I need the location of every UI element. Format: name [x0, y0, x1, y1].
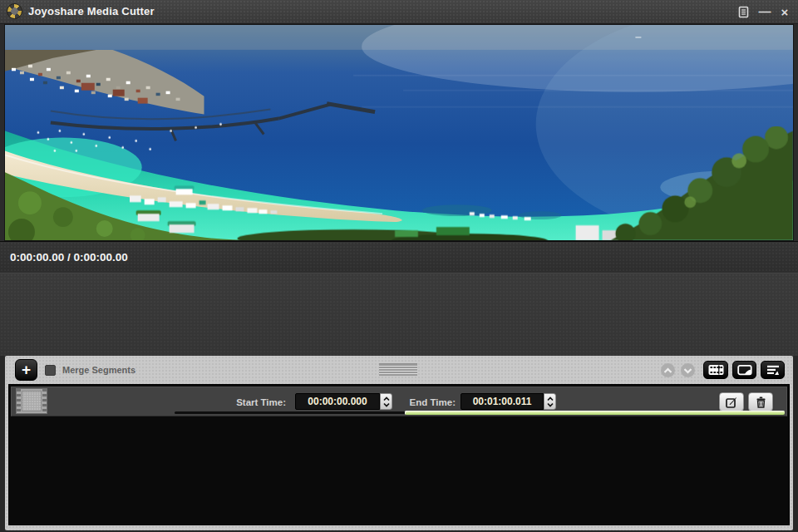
video-cutter-button[interactable]	[703, 361, 728, 379]
close-button[interactable]: ×	[776, 4, 793, 19]
title-bar: Joyoshare Media Cutter — ×	[0, 0, 798, 24]
move-up-button[interactable]	[661, 363, 675, 377]
filmstrip-icon	[708, 364, 724, 376]
segment-end-time-input[interactable]	[461, 393, 544, 410]
screen-page-icon	[737, 364, 752, 376]
segments-section: + Merge Segments Start Time: End Time:	[0, 356, 798, 532]
segment-thumbnail-frame	[22, 391, 42, 411]
convert-button[interactable]	[732, 361, 756, 379]
segments-list: Start Time: End Time:	[8, 384, 790, 525]
segment-bar-dark	[175, 411, 405, 414]
segment-start-time-input[interactable]	[295, 393, 380, 410]
segment-bar-green	[405, 411, 785, 415]
edit-segment-button[interactable]	[719, 392, 744, 411]
list-edit-icon	[766, 364, 780, 376]
coastal-scene	[5, 25, 793, 240]
panel-resize-grip[interactable]	[379, 363, 417, 376]
segment-mini-timeline	[175, 411, 785, 415]
edit-icon	[726, 397, 737, 408]
menu-icon[interactable]	[735, 4, 751, 19]
segment-row[interactable]: Start Time: End Time:	[11, 387, 787, 416]
chevron-up-icon	[663, 367, 672, 374]
trim-work-area: [ ] Start Time: End Time: Format Open St…	[0, 273, 798, 356]
add-segment-button[interactable]: +	[15, 359, 37, 381]
segment-start-time-stepper[interactable]	[380, 393, 392, 410]
move-down-button[interactable]	[681, 363, 695, 377]
segment-end-time-stepper[interactable]	[544, 393, 556, 410]
trash-icon	[756, 397, 766, 408]
app-logo-icon	[7, 3, 22, 19]
delete-segment-button[interactable]	[748, 392, 773, 411]
window-title: Joyoshare Media Cutter	[28, 0, 155, 23]
app-window: Joyoshare Media Cutter — ×	[0, 0, 798, 532]
minimize-button[interactable]: —	[756, 4, 773, 19]
segments-toolbar: + Merge Segments	[5, 356, 793, 384]
segment-thumbnail	[16, 388, 47, 414]
segment-list-button[interactable]	[761, 361, 785, 379]
time-display: 0:00:00.00 / 0:00:00.00	[10, 242, 128, 273]
segments-panel: + Merge Segments Start Time: End Time:	[5, 356, 793, 530]
merge-segments-label: Merge Segments	[62, 356, 135, 384]
merge-segments-checkbox[interactable]	[45, 365, 56, 376]
player-bar: 0:00:00.00 / 0:00:00.00	[0, 241, 798, 273]
video-preview	[4, 24, 794, 241]
chevron-down-icon	[683, 367, 692, 374]
